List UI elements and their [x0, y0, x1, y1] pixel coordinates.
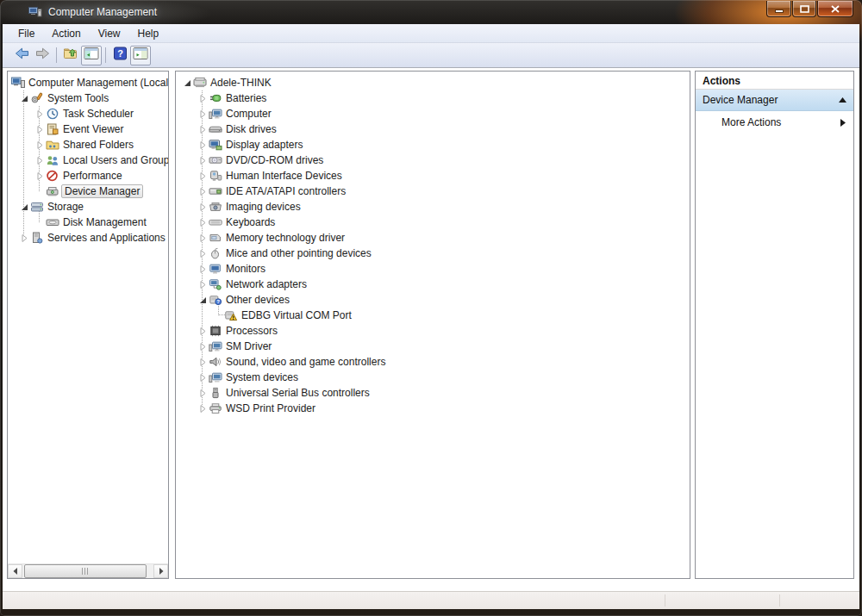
- close-button[interactable]: [817, 1, 853, 17]
- tree-item[interactable]: Human Interface Devices: [176, 168, 690, 184]
- expander-collapsed-icon[interactable]: [197, 343, 209, 351]
- expander-collapsed-icon[interactable]: [197, 110, 209, 118]
- tree-item[interactable]: Disk Management: [8, 215, 168, 230]
- tree-item[interactable]: Event Viewer: [8, 121, 168, 137]
- expander-collapsed-icon[interactable]: [197, 203, 209, 211]
- tree-item[interactable]: System devices: [176, 370, 690, 385]
- tree-item[interactable]: Memory technology driver: [176, 230, 690, 246]
- expander-collapsed-icon[interactable]: [197, 374, 209, 382]
- other-device-icon: ?: [209, 294, 222, 306]
- tree-item[interactable]: EDBG Virtual COM Port: [176, 308, 690, 323]
- tree-item-label: Device Manager: [61, 184, 143, 198]
- show-console-tree-button[interactable]: [81, 46, 102, 65]
- actions-group-device-manager[interactable]: Device Manager: [696, 90, 853, 111]
- tree-item[interactable]: Network adapters: [176, 277, 690, 292]
- display-adapter-icon: [209, 139, 222, 151]
- forward-button[interactable]: [32, 46, 53, 65]
- tree-item[interactable]: Monitors: [176, 261, 690, 277]
- tree-item[interactable]: Adele-THINK: [176, 75, 690, 90]
- expander-collapsed-icon[interactable]: [34, 126, 46, 134]
- tree-item[interactable]: Computer: [176, 106, 690, 121]
- expander-collapsed-icon[interactable]: [197, 281, 209, 289]
- expander-collapsed-icon[interactable]: [34, 157, 46, 165]
- tree-item-label: Shared Folders: [59, 139, 137, 151]
- tree-item[interactable]: WSD Print Provider: [176, 401, 690, 416]
- menu-view[interactable]: View: [90, 25, 129, 42]
- tree-item[interactable]: Processors: [176, 323, 690, 339]
- expander-collapsed-icon[interactable]: [197, 95, 209, 103]
- collapse-arrow-icon[interactable]: [839, 97, 846, 103]
- expander-collapsed-icon[interactable]: [197, 405, 209, 413]
- tree-item-label: Network adapters: [222, 278, 310, 290]
- expander-collapsed-icon[interactable]: [197, 250, 209, 258]
- expander-collapsed-icon[interactable]: [197, 327, 209, 335]
- show-action-pane-button[interactable]: [130, 46, 151, 65]
- minimize-button[interactable]: [766, 1, 791, 17]
- expander-collapsed-icon[interactable]: [197, 157, 209, 165]
- tree-item[interactable]: Imaging devices: [176, 199, 690, 215]
- services-icon: [30, 232, 44, 244]
- tree-item[interactable]: Shared Folders: [8, 137, 168, 152]
- scrollbar-track[interactable]: [22, 564, 153, 578]
- expander-expanded-icon[interactable]: [18, 95, 30, 103]
- expander-expanded-icon[interactable]: [18, 203, 30, 211]
- tree-item[interactable]: Universal Serial Bus controllers: [176, 385, 690, 401]
- expander-collapsed-icon[interactable]: [197, 219, 209, 227]
- expander-collapsed-icon[interactable]: [197, 172, 209, 180]
- tree-item[interactable]: Disk drives: [176, 121, 690, 137]
- tree-item[interactable]: ?Other devices: [176, 292, 690, 308]
- expander-collapsed-icon[interactable]: [197, 234, 209, 242]
- expander-expanded-icon[interactable]: [181, 79, 193, 87]
- tree-item[interactable]: Performance: [8, 168, 168, 184]
- tree-item[interactable]: Device Manager: [8, 184, 168, 199]
- tree-item[interactable]: Sound, video and game controllers: [176, 354, 690, 370]
- expander-expanded-icon[interactable]: [197, 296, 209, 304]
- tree-item-label: Sound, video and game controllers: [222, 356, 389, 368]
- svg-text:?: ?: [216, 299, 220, 304]
- expander-collapsed-icon[interactable]: [34, 172, 46, 180]
- expander-collapsed-icon[interactable]: [197, 188, 209, 196]
- tree-item[interactable]: System Tools: [8, 90, 168, 106]
- menu-action[interactable]: Action: [43, 25, 89, 42]
- tree-item[interactable]: SM Driver: [176, 339, 690, 354]
- tree-item[interactable]: Mice and other pointing devices: [176, 246, 690, 261]
- expander-collapsed-icon[interactable]: [197, 126, 209, 134]
- maximize-button[interactable]: [792, 1, 816, 17]
- ide-controller-icon: [209, 185, 222, 197]
- more-actions-item[interactable]: More Actions: [696, 111, 853, 134]
- tree-item-label: Monitors: [222, 263, 269, 275]
- scroll-left-button[interactable]: [8, 564, 22, 578]
- sound-icon: [209, 356, 222, 368]
- back-button[interactable]: [11, 46, 32, 65]
- menu-file[interactable]: File: [9, 25, 43, 42]
- title-bar[interactable]: Computer Management: [0, 0, 862, 24]
- actions-panel: Actions Device Manager More Actions: [695, 71, 854, 579]
- task-scheduler-icon: [46, 108, 59, 120]
- horizontal-scrollbar[interactable]: [8, 563, 168, 578]
- up-level-button[interactable]: [60, 46, 81, 65]
- expander-collapsed-icon[interactable]: [197, 389, 209, 397]
- expander-collapsed-icon[interactable]: [197, 141, 209, 149]
- scrollbar-thumb[interactable]: [24, 564, 147, 578]
- tree-item-label: System devices: [222, 371, 302, 383]
- tree-item[interactable]: Services and Applications: [8, 230, 168, 246]
- content-area: Computer Management (Local)System ToolsT…: [3, 68, 859, 591]
- tree-item[interactable]: Batteries: [176, 90, 690, 106]
- expander-collapsed-icon[interactable]: [197, 358, 209, 366]
- expander-collapsed-icon[interactable]: [34, 110, 46, 118]
- tree-item-label: Task Scheduler: [59, 108, 137, 120]
- expander-collapsed-icon[interactable]: [197, 265, 209, 273]
- tree-item[interactable]: Task Scheduler: [8, 106, 168, 121]
- tree-item[interactable]: Display adapters: [176, 137, 690, 152]
- tree-item[interactable]: DVD/CD-ROM drives: [176, 152, 690, 168]
- expander-collapsed-icon[interactable]: [18, 234, 30, 242]
- expander-collapsed-icon[interactable]: [34, 141, 46, 149]
- help-button[interactable]: ?: [109, 46, 130, 65]
- tree-item[interactable]: Local Users and Groups: [8, 152, 168, 168]
- tree-item[interactable]: IDE ATA/ATAPI controllers: [176, 184, 690, 199]
- tree-item[interactable]: Computer Management (Local): [8, 75, 168, 90]
- scroll-right-button[interactable]: [153, 564, 168, 578]
- menu-help[interactable]: Help: [129, 25, 168, 42]
- tree-item[interactable]: Storage: [8, 199, 168, 215]
- tree-item[interactable]: Keyboards: [176, 215, 690, 230]
